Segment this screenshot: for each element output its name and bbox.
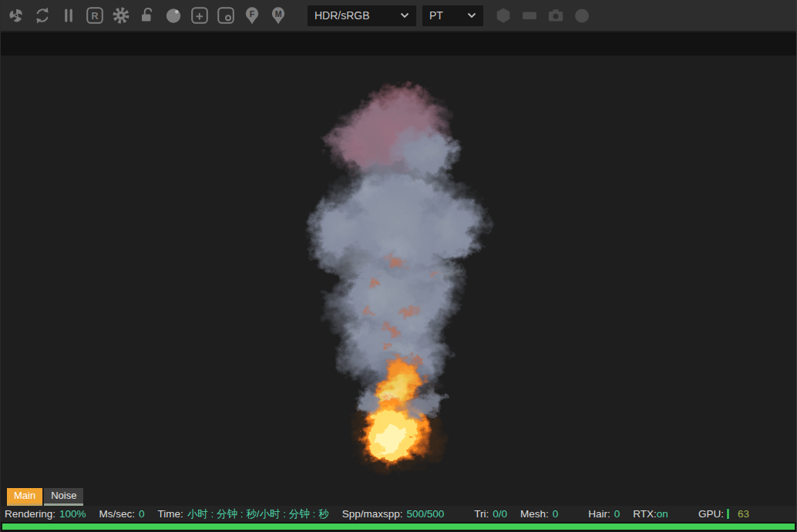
viewport-tabs: Main Noise	[7, 488, 83, 506]
plate-icon	[520, 5, 540, 25]
kernel-select[interactable]: PT	[422, 5, 483, 26]
chevron-down-icon	[400, 12, 409, 19]
pause-render-button[interactable]	[58, 2, 79, 29]
refresh-icon	[32, 5, 52, 25]
gpu-meter-bar	[726, 508, 730, 520]
header-spacer	[1, 32, 796, 56]
circle-icon	[572, 5, 592, 25]
display-mode-value: HDR/sRGB	[314, 9, 370, 22]
status-gpu: GPU: 63	[698, 508, 749, 520]
progress-track	[1, 522, 796, 532]
status-value: 500/500	[406, 508, 444, 520]
status-label: Rendering:	[5, 508, 55, 520]
restart-render-button[interactable]	[32, 2, 53, 29]
render-viewport[interactable]: Main Noise	[1, 56, 796, 506]
status-value: 0/0	[493, 508, 507, 520]
export-tools-group	[493, 2, 597, 29]
status-value: 0	[139, 508, 145, 520]
status-label: Time:	[158, 508, 183, 520]
status-label: RTX:	[633, 508, 657, 520]
tab-noise[interactable]: Noise	[44, 488, 83, 506]
chevron-down-icon	[467, 12, 476, 19]
status-label: Ms/sec:	[99, 508, 136, 520]
status-time: Time: 小时 : 分钟 : 秒/小时 : 分钟 : 秒	[158, 507, 329, 521]
pin-m-icon: M	[268, 5, 288, 25]
fan-icon	[6, 5, 26, 25]
status-label: Hair:	[588, 508, 610, 520]
smoke-fire-plume-render	[280, 74, 511, 475]
status-value: 0	[614, 508, 620, 520]
status-label: Mesh:	[520, 508, 549, 520]
status-value: 63	[738, 508, 749, 520]
snapshot-button	[545, 2, 567, 29]
sphere-tool-button	[571, 2, 593, 29]
render-fan-button[interactable]	[5, 2, 27, 29]
sphere-icon	[163, 5, 183, 25]
sub-region-button[interactable]	[215, 2, 237, 29]
status-label: Tri:	[474, 508, 489, 520]
hexagon-icon	[493, 5, 513, 25]
status-hair: Hair: 0	[588, 508, 620, 520]
status-value: 100%	[59, 508, 86, 520]
gear-icon	[111, 5, 131, 25]
box-o-icon	[216, 5, 236, 25]
hexagon-tool-button	[493, 2, 514, 29]
lock-open-icon	[137, 5, 157, 25]
status-spp: Spp/maxspp: 500/500	[342, 508, 445, 520]
status-ms-sec: Ms/sec: 0	[99, 508, 145, 520]
render-window: R	[0, 0, 797, 532]
lock-resolution-button[interactable]	[136, 2, 158, 29]
status-mesh: Mesh: 0	[520, 508, 558, 520]
focus-picker-button[interactable]: F	[241, 2, 263, 29]
status-bar: Rendering: 100% Ms/sec: 0 Time: 小时 : 分钟 …	[1, 506, 796, 522]
status-value: 0	[553, 508, 559, 520]
material-picker-button[interactable]: M	[267, 2, 289, 29]
display-mode-select[interactable]: HDR/sRGB	[308, 5, 416, 26]
render-progress-bar	[2, 524, 795, 530]
status-label: Spp/maxspp:	[342, 508, 403, 520]
restart-r-button[interactable]: R	[84, 2, 106, 29]
status-rendering: Rendering: 100%	[5, 508, 86, 520]
camera-icon	[546, 5, 566, 25]
status-value: on	[657, 508, 668, 520]
kernel-value: PT	[429, 9, 443, 22]
toolbar: R	[1, 0, 796, 32]
pin-f-icon: F	[242, 5, 262, 25]
svg-text:F: F	[250, 9, 255, 19]
box-plus-icon	[190, 5, 210, 25]
status-rtx: RTX: on	[633, 508, 668, 520]
add-region-button[interactable]	[189, 2, 210, 29]
svg-text:M: M	[275, 9, 282, 19]
tab-main[interactable]: Main	[7, 488, 42, 506]
material-ball-button[interactable]	[163, 2, 184, 29]
pause-icon	[59, 5, 79, 25]
settings-button[interactable]	[110, 2, 132, 29]
status-label: GPU:	[698, 508, 724, 520]
letter-r-box-icon: R	[85, 5, 105, 25]
clay-plate-button	[519, 2, 540, 29]
svg-text:R: R	[91, 11, 98, 22]
status-value: 小时 : 分钟 : 秒/小时 : 分钟 : 秒	[187, 507, 329, 521]
status-tri: Tri: 0/0	[474, 508, 507, 520]
